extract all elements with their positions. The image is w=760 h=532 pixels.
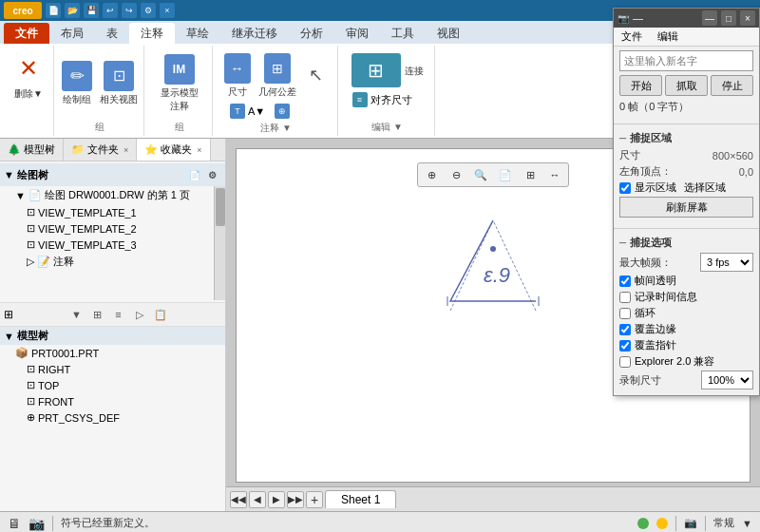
tab-annotation[interactable]: 注释 — [129, 23, 175, 44]
geometric-icon: ⊞ — [264, 53, 291, 84]
tab-file[interactable]: 文件 — [4, 23, 49, 44]
measure-btn[interactable]: ↔ — [543, 165, 566, 184]
dimension-button[interactable]: ↔ 尺寸 — [222, 51, 253, 101]
right-item[interactable]: ⊡ RIGHT — [0, 361, 225, 377]
transparent-checkbox[interactable] — [619, 276, 631, 287]
model-tree-header[interactable]: ▼ 模型树 — [0, 327, 225, 345]
status-text: 符号已经重新定义。 — [61, 516, 630, 530]
grid-btn[interactable]: ⊞ — [519, 165, 542, 184]
tree-tool-5[interactable]: 📋 — [151, 305, 170, 324]
sheet-first-btn[interactable]: ◀◀ — [230, 491, 247, 508]
close-tab-icon[interactable]: × — [160, 3, 175, 18]
connect-button[interactable]: ⊞ 连接 — [350, 51, 426, 89]
redo-icon[interactable]: ↪ — [122, 3, 137, 18]
loop-row: 循环 — [619, 306, 753, 320]
record-size-select[interactable]: 100% 75% 50% — [701, 370, 753, 390]
view-template-3-item[interactable]: ⊡ VIEW_TEMPLATE_3 — [0, 237, 198, 253]
sheet-last-btn[interactable]: ▶▶ — [287, 491, 304, 508]
cover-pointer-checkbox[interactable] — [619, 340, 631, 352]
page-btn[interactable]: 📄 — [494, 165, 517, 184]
tab-table[interactable]: 表 — [95, 23, 129, 44]
show-area-checkbox[interactable] — [619, 182, 631, 194]
status-divider-2 — [675, 516, 676, 531]
front-item[interactable]: ⊡ FRONT — [0, 393, 225, 409]
svg-point-0 — [490, 246, 496, 252]
align-dim-btn[interactable]: ≡ 对齐尺寸 — [350, 91, 426, 108]
new-icon[interactable]: 📄 — [46, 3, 61, 18]
delete-button[interactable]: ✕ 删除▼ — [8, 48, 49, 103]
frame-info: 0 帧（0 字节） — [619, 100, 753, 114]
annot-section: ↔ 尺寸 ⊞ 几何公差 T A▼ ⊕ — [222, 51, 298, 120]
tree-tool-1[interactable]: ▼ — [67, 305, 86, 324]
tree-tool-3[interactable]: ≡ — [109, 305, 128, 324]
sheet-tab-1[interactable]: Sheet 1 — [325, 490, 396, 508]
float-file-menu[interactable]: 文件 — [614, 28, 650, 46]
tab-view[interactable]: 视图 — [426, 23, 471, 44]
drawing-tree-header[interactable]: ▼ 绘图树 📄 ⚙ — [0, 163, 225, 186]
float-title-label: — — [633, 12, 643, 24]
save-icon[interactable]: 💾 — [84, 3, 99, 18]
float-maximize-btn[interactable]: □ — [721, 10, 736, 26]
tree-scrollbar[interactable] — [214, 186, 225, 300]
tree-scroll-thumb[interactable] — [216, 188, 225, 226]
draw-group-label: 绘制组 — [63, 93, 91, 106]
name-input[interactable] — [619, 50, 753, 71]
fps-select[interactable]: 3 fps 5 fps 10 fps — [700, 253, 753, 272]
display-model-button[interactable]: IM 显示模型注释 — [159, 52, 200, 115]
sheet-next-btn[interactable]: ▶ — [268, 491, 285, 508]
start-button[interactable]: 开始 — [619, 75, 662, 96]
tab-favorites[interactable]: ⭐ 收藏夹 × — [137, 139, 210, 161]
tab-model-tree[interactable]: 🌲 模型树 — [0, 139, 64, 161]
favorites-tab-close[interactable]: × — [197, 145, 201, 155]
view-template-1-item[interactable]: ⊡ VIEW_TEMPLATE_1 — [0, 204, 198, 220]
status-bar: 🖥 📷 符号已经重新定义。 📷 常规 ▼ — [0, 511, 760, 532]
drawing-drw-item[interactable]: ▼ 📄 绘图 DRW0001.DRW 的第 1 页 — [0, 186, 198, 204]
float-edit-menu[interactable]: 编辑 — [650, 28, 686, 46]
undo-icon[interactable]: ↩ — [103, 3, 118, 18]
tree-add-icon[interactable]: 📄 — [187, 167, 202, 182]
tree-settings-icon[interactable]: ⚙ — [204, 167, 219, 182]
cover-edge-checkbox[interactable] — [619, 324, 631, 335]
view-icon-2: ⊡ — [27, 222, 35, 235]
float-close-btn[interactable]: × — [740, 10, 755, 26]
folder-tab-close[interactable]: × — [124, 145, 128, 155]
tab-inherit[interactable]: 继承迁移 — [220, 23, 289, 44]
tab-layout[interactable]: 布局 — [49, 23, 95, 44]
annotation-item[interactable]: ▷ 📝 注释 — [0, 253, 198, 271]
float-minimize-btn[interactable]: — — [702, 10, 717, 26]
tab-review[interactable]: 审阅 — [334, 23, 380, 44]
symbol-btn[interactable]: ⊕ — [272, 103, 293, 120]
view-template-2-item[interactable]: ⊡ VIEW_TEMPLATE_2 — [0, 220, 198, 237]
zoom-in-btn[interactable]: ⊕ — [420, 165, 443, 184]
prt-item[interactable]: 📦 PRT0001.PRT — [0, 345, 225, 361]
time-info-checkbox[interactable] — [619, 292, 631, 303]
tab-tools[interactable]: 工具 — [380, 23, 426, 44]
sheet-prev-btn[interactable]: ◀ — [249, 491, 266, 508]
capture-button[interactable]: 抓取 — [665, 75, 708, 96]
geometric-button[interactable]: ⊞ 几何公差 — [256, 51, 298, 101]
refresh-button[interactable]: 刷新屏幕 — [619, 197, 753, 218]
tab-analysis[interactable]: 分析 — [289, 23, 334, 44]
loop-checkbox[interactable] — [619, 308, 631, 319]
tab-file-folder[interactable]: 📁 文件夹 × — [64, 139, 137, 161]
open-icon[interactable]: 📂 — [65, 3, 80, 18]
tab-sketch[interactable]: 草绘 — [175, 23, 220, 44]
annot-tree-icon: 📝 — [37, 256, 50, 268]
status-dot-green — [637, 518, 649, 529]
float-title-bar: 📷 — — □ × — [614, 9, 759, 28]
zoom-fit-btn[interactable]: 🔍 — [469, 165, 492, 184]
related-view-button[interactable]: ⊡ 相关视图 — [98, 59, 140, 108]
settings-icon[interactable]: ⚙ — [141, 3, 156, 18]
draw-group-button[interactable]: ✏ 绘制组 — [60, 59, 94, 108]
tree-tool-4[interactable]: ▷ — [130, 305, 149, 324]
zoom-out-btn[interactable]: ⊖ — [445, 165, 467, 184]
status-dot-yellow — [656, 518, 668, 529]
text-btn[interactable]: T A▼ — [227, 103, 268, 120]
sheet-add-btn[interactable]: + — [306, 491, 323, 508]
explorer-compat-checkbox[interactable] — [619, 356, 631, 368]
stop-button[interactable]: 停止 — [711, 75, 753, 96]
status-dropdown-icon[interactable]: ▼ — [742, 518, 752, 529]
tree-tool-2[interactable]: ⊞ — [88, 305, 107, 324]
top-item[interactable]: ⊡ TOP — [0, 377, 225, 393]
prt-csys-item[interactable]: ⊕ PRT_CSYS_DEF — [0, 409, 225, 426]
